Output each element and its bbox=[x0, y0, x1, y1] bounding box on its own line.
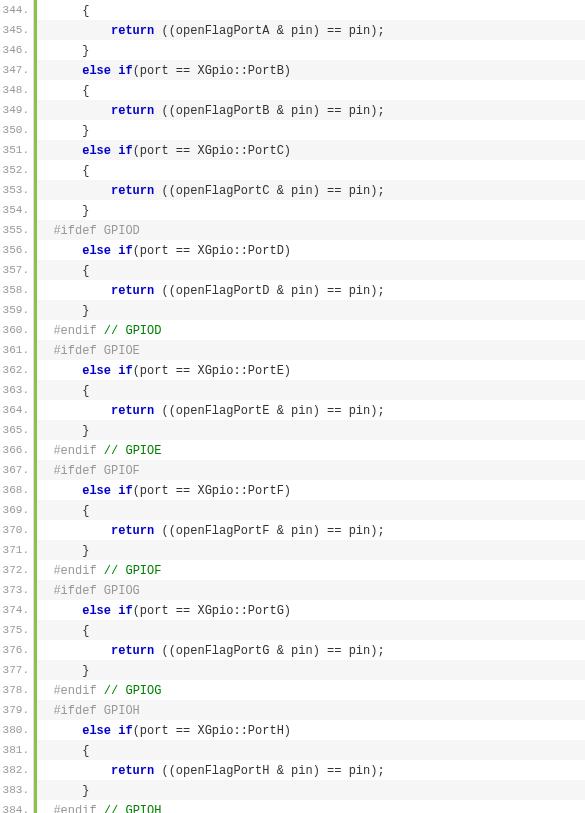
code-line[interactable]: 374. else if(port == XGpio::PortG) bbox=[0, 600, 585, 620]
code-content[interactable]: } bbox=[37, 660, 585, 680]
code-content[interactable]: { bbox=[37, 80, 585, 100]
code-line[interactable]: 360. #endif // GPIOD bbox=[0, 320, 585, 340]
code-line[interactable]: 375. { bbox=[0, 620, 585, 640]
code-line[interactable]: 380. else if(port == XGpio::PortH) bbox=[0, 720, 585, 740]
code-line[interactable]: 362. else if(port == XGpio::PortE) bbox=[0, 360, 585, 380]
code-line[interactable]: 381. { bbox=[0, 740, 585, 760]
code-content[interactable]: #ifdef GPIOG bbox=[37, 580, 585, 600]
code-viewer[interactable]: 344. {345. return ((openFlagPortA & pin)… bbox=[0, 0, 585, 813]
code-content[interactable]: } bbox=[37, 40, 585, 60]
code-line[interactable]: 357. { bbox=[0, 260, 585, 280]
code-line[interactable]: 373. #ifdef GPIOG bbox=[0, 580, 585, 600]
code-line[interactable]: 356. else if(port == XGpio::PortD) bbox=[0, 240, 585, 260]
line-number: 354. bbox=[0, 200, 34, 220]
code-content[interactable]: { bbox=[37, 740, 585, 760]
token-pp: #ifdef GPIOF bbox=[53, 464, 139, 478]
code-content[interactable]: { bbox=[37, 620, 585, 640]
indent bbox=[39, 324, 53, 338]
code-content[interactable]: } bbox=[37, 420, 585, 440]
code-content[interactable]: { bbox=[37, 0, 585, 20]
indent bbox=[39, 24, 111, 38]
code-line[interactable]: 369. { bbox=[0, 500, 585, 520]
code-content[interactable]: return ((openFlagPortE & pin) == pin); bbox=[37, 400, 585, 420]
code-content[interactable]: return ((openFlagPortB & pin) == pin); bbox=[37, 100, 585, 120]
code-content[interactable]: else if(port == XGpio::PortD) bbox=[37, 240, 585, 260]
token-plain: } bbox=[82, 544, 89, 558]
code-content[interactable]: } bbox=[37, 780, 585, 800]
code-line[interactable]: 379. #ifdef GPIOH bbox=[0, 700, 585, 720]
line-number: 376. bbox=[0, 640, 34, 660]
code-line[interactable]: 376. return ((openFlagPortG & pin) == pi… bbox=[0, 640, 585, 660]
code-line[interactable]: 384. #endif // GPIOH bbox=[0, 800, 585, 813]
code-line[interactable]: 367. #ifdef GPIOF bbox=[0, 460, 585, 480]
code-content[interactable]: #endif // GPIOH bbox=[37, 800, 585, 813]
code-content[interactable]: #ifdef GPIOE bbox=[37, 340, 585, 360]
token-kw: return bbox=[111, 284, 154, 298]
code-content[interactable]: return ((openFlagPortG & pin) == pin); bbox=[37, 640, 585, 660]
code-content[interactable]: #ifdef GPIOD bbox=[37, 220, 585, 240]
line-number: 365. bbox=[0, 420, 34, 440]
code-line[interactable]: 348. { bbox=[0, 80, 585, 100]
code-content[interactable]: #endif // GPIOD bbox=[37, 320, 585, 340]
token-kw: if bbox=[118, 484, 132, 498]
line-number: 381. bbox=[0, 740, 34, 760]
code-content[interactable]: else if(port == XGpio::PortB) bbox=[37, 60, 585, 80]
code-line[interactable]: 358. return ((openFlagPortD & pin) == pi… bbox=[0, 280, 585, 300]
code-content[interactable]: else if(port == XGpio::PortH) bbox=[37, 720, 585, 740]
code-content[interactable]: { bbox=[37, 260, 585, 280]
code-line[interactable]: 344. { bbox=[0, 0, 585, 20]
code-content[interactable]: { bbox=[37, 380, 585, 400]
code-line[interactable]: 361. #ifdef GPIOE bbox=[0, 340, 585, 360]
code-content[interactable]: #endif // GPIOF bbox=[37, 560, 585, 580]
code-content[interactable]: } bbox=[37, 540, 585, 560]
code-line[interactable]: 346. } bbox=[0, 40, 585, 60]
code-line[interactable]: 378. #endif // GPIOG bbox=[0, 680, 585, 700]
code-line[interactable]: 366. #endif // GPIOE bbox=[0, 440, 585, 460]
code-content[interactable]: #ifdef GPIOF bbox=[37, 460, 585, 480]
code-line[interactable]: 383. } bbox=[0, 780, 585, 800]
code-content[interactable]: return ((openFlagPortH & pin) == pin); bbox=[37, 760, 585, 780]
code-line[interactable]: 354. } bbox=[0, 200, 585, 220]
code-line[interactable]: 368. else if(port == XGpio::PortF) bbox=[0, 480, 585, 500]
code-content[interactable]: return ((openFlagPortD & pin) == pin); bbox=[37, 280, 585, 300]
code-content[interactable]: else if(port == XGpio::PortG) bbox=[37, 600, 585, 620]
line-number: 361. bbox=[0, 340, 34, 360]
code-line[interactable]: 363. { bbox=[0, 380, 585, 400]
code-line[interactable]: 350. } bbox=[0, 120, 585, 140]
code-content[interactable]: return ((openFlagPortA & pin) == pin); bbox=[37, 20, 585, 40]
token-plain: (port == XGpio::PortB) bbox=[133, 64, 291, 78]
code-line[interactable]: 372. #endif // GPIOF bbox=[0, 560, 585, 580]
indent bbox=[39, 664, 82, 678]
code-content[interactable]: else if(port == XGpio::PortC) bbox=[37, 140, 585, 160]
code-line[interactable]: 371. } bbox=[0, 540, 585, 560]
code-line[interactable]: 365. } bbox=[0, 420, 585, 440]
token-plain: { bbox=[82, 744, 89, 758]
indent bbox=[39, 44, 82, 58]
code-content[interactable]: else if(port == XGpio::PortE) bbox=[37, 360, 585, 380]
code-content[interactable]: return ((openFlagPortC & pin) == pin); bbox=[37, 180, 585, 200]
code-line[interactable]: 353. return ((openFlagPortC & pin) == pi… bbox=[0, 180, 585, 200]
code-line[interactable]: 355. #ifdef GPIOD bbox=[0, 220, 585, 240]
code-line[interactable]: 347. else if(port == XGpio::PortB) bbox=[0, 60, 585, 80]
code-content[interactable]: #ifdef GPIOH bbox=[37, 700, 585, 720]
code-content[interactable]: else if(port == XGpio::PortF) bbox=[37, 480, 585, 500]
code-line[interactable]: 345. return ((openFlagPortA & pin) == pi… bbox=[0, 20, 585, 40]
code-line[interactable]: 352. { bbox=[0, 160, 585, 180]
code-line[interactable]: 359. } bbox=[0, 300, 585, 320]
code-line[interactable]: 370. return ((openFlagPortF & pin) == pi… bbox=[0, 520, 585, 540]
code-content[interactable]: } bbox=[37, 300, 585, 320]
indent bbox=[39, 184, 111, 198]
token-pp: #endif bbox=[53, 804, 103, 813]
code-content[interactable]: #endif // GPIOE bbox=[37, 440, 585, 460]
code-content[interactable]: } bbox=[37, 120, 585, 140]
code-line[interactable]: 364. return ((openFlagPortE & pin) == pi… bbox=[0, 400, 585, 420]
code-content[interactable]: { bbox=[37, 500, 585, 520]
code-line[interactable]: 377. } bbox=[0, 660, 585, 680]
code-content[interactable]: return ((openFlagPortF & pin) == pin); bbox=[37, 520, 585, 540]
code-content[interactable]: { bbox=[37, 160, 585, 180]
code-line[interactable]: 351. else if(port == XGpio::PortC) bbox=[0, 140, 585, 160]
code-content[interactable]: } bbox=[37, 200, 585, 220]
code-line[interactable]: 349. return ((openFlagPortB & pin) == pi… bbox=[0, 100, 585, 120]
code-line[interactable]: 382. return ((openFlagPortH & pin) == pi… bbox=[0, 760, 585, 780]
code-content[interactable]: #endif // GPIOG bbox=[37, 680, 585, 700]
